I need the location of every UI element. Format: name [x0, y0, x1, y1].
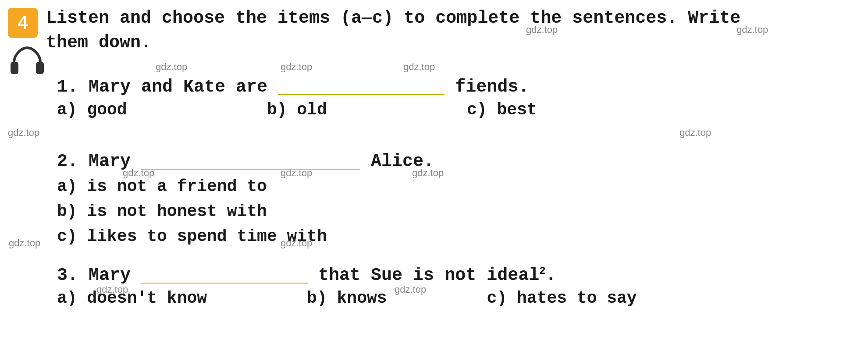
q3-option-c: c) hates to say: [487, 289, 637, 308]
q2-number: 2.: [57, 152, 78, 171]
q3-option-b: b) knows: [307, 289, 387, 308]
watermark: gdz.top: [9, 237, 40, 249]
question-2: 2. Mary Alice. a) is not a friend to b) …: [57, 149, 434, 249]
q2-text: 2. Mary Alice.: [57, 149, 434, 171]
q3-text-before: Mary: [89, 266, 131, 285]
instruction-line2: them down.: [46, 33, 151, 53]
q3-text-after: that Sue is not ideal: [318, 266, 539, 285]
svg-rect-1: [36, 62, 44, 74]
q3-option-a: a) doesn't know: [57, 289, 207, 308]
q1-option-b: b) old: [267, 100, 327, 119]
question-1: 1. Mary and Kate are fiends. a) good b) …: [57, 74, 537, 119]
watermark: gdz.top: [156, 61, 187, 73]
q3-text: 3. Mary that Sue is not ideal2.: [57, 263, 637, 285]
task-badge: 4: [8, 8, 38, 38]
q2-text-before: Mary: [89, 152, 131, 171]
watermark: gdz.top: [736, 24, 768, 35]
q1-option-c: c) best: [467, 100, 537, 119]
q1-text: 1. Mary and Kate are fiends.: [57, 74, 537, 97]
q2-options: a) is not a friend to b) is not honest w…: [57, 174, 434, 249]
q1-option-a: a) good: [57, 100, 127, 119]
q2-answer-line: [141, 149, 360, 170]
q3-options: a) doesn't know b) knows c) hates to say: [57, 289, 637, 308]
q2-text-after: Alice.: [371, 152, 434, 171]
watermark: gdz.top: [403, 61, 435, 73]
q2-option-c: c) likes to spend time with: [57, 224, 434, 249]
q3-answer-line: [141, 263, 308, 284]
q1-number: 1.: [57, 77, 78, 97]
q1-text-before: Mary and Kate are: [89, 77, 267, 97]
headphone-icon: [10, 46, 45, 79]
watermark: gdz.top: [281, 61, 312, 73]
q1-text-after: fiends.: [455, 77, 529, 97]
q1-answer-line: [278, 74, 445, 95]
question-3: 3. Mary that Sue is not ideal2. a) doesn…: [57, 263, 637, 308]
watermark: gdz.top: [526, 24, 558, 35]
page-container: 4 Listen and choose the items (a—c) to c…: [0, 0, 868, 358]
q1-options: a) good b) old c) best: [57, 100, 537, 119]
svg-rect-0: [11, 62, 18, 74]
q3-number: 3.: [57, 266, 78, 285]
watermark: gdz.top: [679, 127, 711, 138]
instruction-line1: Listen and choose the items (a—c) to com…: [46, 8, 740, 28]
instruction-text: Listen and choose the items (a—c) to com…: [46, 6, 853, 55]
task-number: 4: [18, 12, 28, 33]
q2-option-b: b) is not honest with: [57, 199, 434, 224]
watermark: gdz.top: [8, 127, 39, 138]
q2-option-a: a) is not a friend to: [57, 174, 434, 199]
q3-superscript: 2: [539, 265, 545, 277]
